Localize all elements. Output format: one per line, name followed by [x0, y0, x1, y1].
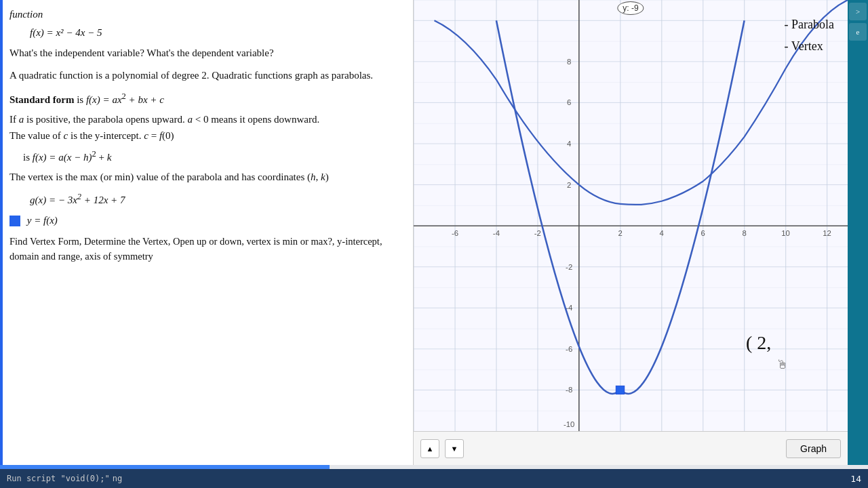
note-vertex: - Vertex [785, 35, 834, 57]
handwritten-notes: - Parabola - Vertex [785, 14, 834, 58]
svg-text:-2: -2 [534, 229, 541, 237]
blue-y-line: y = f(x) [9, 213, 399, 228]
graph-container: y: -9 [414, 0, 848, 431]
page-number: 14 [850, 474, 861, 484]
svg-text:-6: -6 [566, 345, 572, 353]
sidebar-btn-1[interactable]: > [849, 3, 867, 20]
main-area: function f(x) = x² − 4x − 5 What's the i… [0, 0, 868, 465]
toolbar-icon-btn-2[interactable]: ▼ [445, 439, 464, 458]
script-suffix: ng [113, 474, 122, 483]
svg-text:6: 6 [567, 99, 571, 107]
svg-text:-2: -2 [566, 263, 572, 271]
svg-text:2: 2 [618, 229, 623, 237]
svg-text:8: 8 [567, 58, 571, 66]
left-panel: function f(x) = x² − 4x − 5 What's the i… [0, 0, 414, 465]
gx-formula: g(x) = − 3x2 + 12x + 7 [30, 190, 399, 208]
blue-square-icon [9, 216, 20, 226]
note-parabola: - Parabola [785, 14, 834, 35]
svg-rect-43 [616, 386, 624, 394]
toolbar-icon-btn-1[interactable]: ▲ [420, 439, 439, 458]
right-sidebar: > e [848, 0, 868, 465]
svg-text:4: 4 [660, 229, 664, 237]
cursor-annotation: ( 2, [746, 332, 771, 354]
positive-a-text: If a is positive, the parabola opens upw… [9, 112, 399, 127]
svg-text:2: 2 [567, 181, 571, 189]
variable-question: What's the independent variable? What's … [9, 45, 399, 61]
function-heading: function [9, 7, 399, 22]
standard-form-bold: Standard form [9, 94, 74, 105]
chart-icon-2: ▼ [451, 445, 458, 453]
bottom-bar: Run script "void(0);" ng 14 [0, 469, 868, 488]
mouse-cursor: 🖱 [776, 358, 789, 372]
c-value-text: The value of c is the y-intercept. c = f… [9, 128, 399, 144]
right-panel: y: -9 [414, 0, 848, 465]
y-label-bubble: y: -9 [617, 1, 644, 15]
standard-form-label: Standard form is f(x) = ax2 + bx + c [9, 90, 399, 108]
quadratic-def: A quadratic function is a polynomial of … [9, 68, 399, 83]
fx-formula: f(x) = x² − 4x − 5 [30, 25, 399, 41]
vertex-form-line: is f(x) = a(x − h)2 + k [23, 148, 399, 165]
svg-text:-10: -10 [564, 420, 574, 428]
svg-text:-4: -4 [493, 229, 500, 237]
svg-text:10: 10 [781, 229, 790, 237]
svg-text:-8: -8 [566, 386, 572, 394]
vertex-description: The vertex is the max (or min) value of … [9, 169, 399, 185]
blue-accent-bar [0, 0, 3, 465]
svg-text:12: 12 [823, 229, 831, 237]
svg-text:6: 6 [701, 229, 705, 237]
script-text: Run script "void(0);" [7, 474, 110, 483]
sidebar-btn-2[interactable]: e [849, 23, 867, 41]
chart-icon-1: ▲ [427, 445, 434, 453]
svg-text:8: 8 [742, 229, 746, 237]
svg-text:-6: -6 [452, 229, 458, 237]
standard-form-text: is f(x) = ax2 + bx + c [77, 94, 164, 105]
graph-button[interactable]: Graph [786, 439, 841, 458]
graph-toolbar: ▲ ▼ Graph [414, 431, 848, 465]
find-vertex-text: Find Vertex Form, Determine the Vertex, … [9, 234, 399, 264]
svg-text:4: 4 [567, 140, 571, 148]
